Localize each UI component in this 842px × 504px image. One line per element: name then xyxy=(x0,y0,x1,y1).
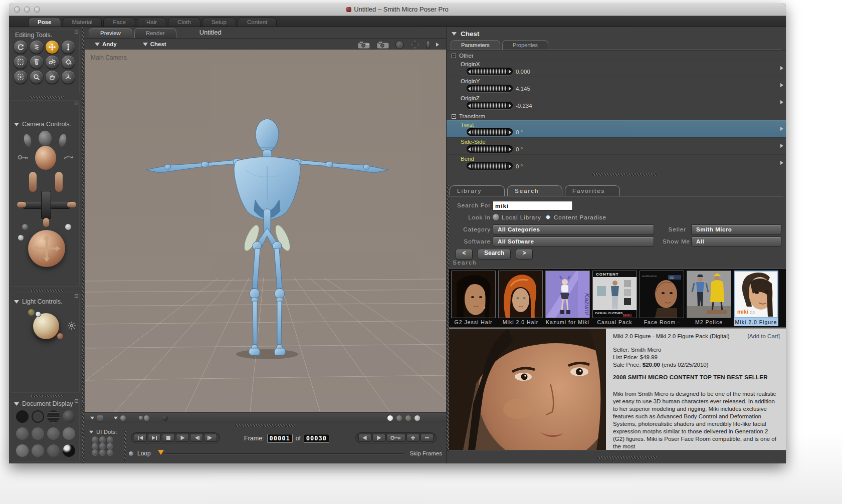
prev-key-button[interactable] xyxy=(358,434,371,442)
taper-tool-icon[interactable] xyxy=(30,56,43,69)
tab-setup[interactable]: Setup xyxy=(202,17,236,27)
document-resize-grip[interactable] xyxy=(235,424,295,427)
result-thumbnail-jessi-hair[interactable]: me G2 Jessi Hair xyxy=(451,271,496,327)
collapse-triangle-icon[interactable] xyxy=(14,402,19,406)
left-posing-hand-icon[interactable] xyxy=(29,172,37,192)
total-frames-field[interactable]: 00030 xyxy=(304,434,329,443)
parameter-dial[interactable] xyxy=(467,102,513,109)
parameter-menu-icon[interactable] xyxy=(780,161,783,165)
step-forward-button[interactable] xyxy=(204,434,217,442)
ui-dot[interactable] xyxy=(92,443,98,449)
ui-dots-collapse-icon[interactable] xyxy=(89,430,93,433)
translate-pull-tool-icon[interactable] xyxy=(46,41,59,54)
tab-pose[interactable]: Pose xyxy=(28,17,61,27)
parameter-menu-icon[interactable] xyxy=(780,66,783,70)
twist-tool-icon[interactable] xyxy=(30,41,43,54)
display-wireframe-icon[interactable] xyxy=(47,410,60,423)
scale-tool-icon[interactable] xyxy=(14,56,27,69)
move-view-cross-icon[interactable] xyxy=(410,40,420,50)
next-page-button[interactable]: > xyxy=(516,249,533,260)
ui-dot[interactable] xyxy=(107,436,113,443)
ui-dot[interactable] xyxy=(107,443,113,449)
tab-content[interactable]: Content xyxy=(238,17,277,27)
go-to-end-button[interactable] xyxy=(148,434,161,442)
grouping-tool-icon[interactable] xyxy=(14,71,27,84)
figure-menu[interactable]: Andy xyxy=(95,41,117,47)
scale-view-handle-icon[interactable] xyxy=(426,41,430,49)
depth-dot-icon[interactable] xyxy=(414,415,420,421)
rotate-view-sphere-icon[interactable] xyxy=(395,41,404,49)
view-magnifier-tool-icon[interactable] xyxy=(30,71,43,84)
timeline-position-marker[interactable] xyxy=(158,450,164,455)
display-smooth-shaded-icon[interactable] xyxy=(63,427,75,440)
parameter-menu-icon[interactable] xyxy=(780,100,783,104)
tab-render[interactable]: Render xyxy=(134,28,176,38)
local-library-radio[interactable] xyxy=(493,214,499,220)
delete-keyframe-button[interactable] xyxy=(420,434,434,442)
search-button[interactable]: Search xyxy=(478,249,511,260)
tab-properties[interactable]: Properties xyxy=(502,40,548,50)
parameter-dial[interactable] xyxy=(467,145,513,153)
page-icon[interactable] xyxy=(97,415,103,421)
parameter-dial[interactable] xyxy=(467,68,513,75)
multi-ball-icon[interactable] xyxy=(144,415,149,421)
animbar-splitter[interactable] xyxy=(124,430,126,461)
ui-dot[interactable] xyxy=(107,449,113,456)
timeline-slider[interactable] xyxy=(164,453,404,454)
display-hidden-line-icon[interactable] xyxy=(16,427,29,440)
seller-dropdown[interactable]: Smith Micro xyxy=(691,224,781,234)
library-bottom-grip[interactable] xyxy=(597,456,657,459)
edit-keyframes-button[interactable] xyxy=(386,434,405,442)
section-gadget-icon[interactable] xyxy=(75,399,78,403)
stop-button[interactable] xyxy=(162,434,175,442)
shadow-ball-icon[interactable] xyxy=(162,415,168,421)
loop-radio[interactable] xyxy=(129,451,133,456)
rotate-camera-icon[interactable] xyxy=(63,155,74,161)
actor-collapse-icon[interactable] xyxy=(452,32,457,36)
actor-menu[interactable]: Chest xyxy=(143,41,166,47)
parameter-value[interactable]: 0 ° xyxy=(516,163,523,169)
result-thumbnail-casual-pack[interactable]: CONTENTCASUAL CLOTHESMIKI Casual Pack xyxy=(592,271,637,327)
display-smooth-lined-icon[interactable] xyxy=(16,444,29,457)
multi-ball-icon[interactable] xyxy=(139,416,143,420)
light-dot-icon[interactable] xyxy=(35,311,41,317)
key-camera-icon[interactable] xyxy=(17,154,29,161)
camera-view-icon[interactable] xyxy=(357,41,370,49)
right-posing-hand-icon[interactable] xyxy=(55,172,63,192)
tab-search[interactable]: Search xyxy=(507,185,562,196)
tab-library[interactable]: Library xyxy=(450,185,505,196)
parameter-menu-icon[interactable] xyxy=(780,144,783,148)
parameter-value[interactable]: 0.000 xyxy=(516,69,530,75)
result-thumbnail-m2-police[interactable]: M2 Police xyxy=(687,271,731,327)
display-flat-shaded-icon[interactable] xyxy=(32,427,44,440)
ui-dot[interactable] xyxy=(92,449,98,456)
ui-dot[interactable] xyxy=(99,449,106,456)
step-back-button[interactable] xyxy=(190,434,203,442)
camera-flyaround-icon[interactable] xyxy=(376,41,389,49)
display-lit-wireframe-icon[interactable] xyxy=(63,410,75,423)
parameter-value[interactable]: -0.234 xyxy=(516,103,532,109)
tab-material[interactable]: Material xyxy=(63,17,102,27)
parameter-value[interactable]: 0 ° xyxy=(516,129,523,135)
head-camera-icon[interactable] xyxy=(39,131,52,146)
face-camera-icon[interactable] xyxy=(35,146,56,170)
camera-dot-icon[interactable] xyxy=(18,235,24,240)
result-thumbnail-miki-hair[interactable]: Miki 2.0 Hair xyxy=(498,271,543,327)
rotate-tool-icon[interactable] xyxy=(14,41,27,54)
translate-inout-tool-icon[interactable] xyxy=(62,41,75,54)
chain-break-tool-icon[interactable] xyxy=(46,56,59,69)
light-dot-icon[interactable] xyxy=(28,309,35,316)
collapse-triangle-icon[interactable] xyxy=(14,123,19,126)
ui-dot[interactable] xyxy=(99,436,106,443)
morphing-tool-icon[interactable] xyxy=(46,71,59,84)
section-gadget-icon[interactable] xyxy=(75,294,78,298)
color-tool-icon[interactable] xyxy=(62,56,75,69)
display-cartoon-icon[interactable] xyxy=(47,444,60,457)
show-me-dropdown[interactable]: All xyxy=(691,236,781,246)
software-dropdown[interactable]: All Software xyxy=(493,236,654,246)
go-to-start-button[interactable] xyxy=(134,434,147,442)
tab-hair[interactable]: Hair xyxy=(137,17,166,27)
camera-dot-icon[interactable] xyxy=(65,224,71,230)
next-key-button[interactable] xyxy=(372,434,385,442)
content-paradise-radio[interactable] xyxy=(545,214,551,220)
